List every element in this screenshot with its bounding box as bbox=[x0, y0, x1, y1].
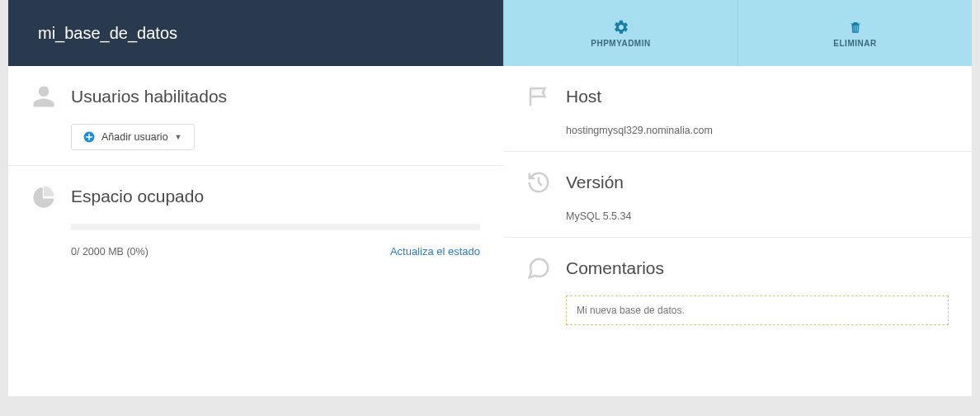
host-content: hostingmysql329.nominalia.com bbox=[526, 124, 949, 136]
trash-icon bbox=[848, 19, 863, 35]
space-title: Espacio ocupado bbox=[71, 187, 204, 206]
comments-content: Mi nueva base de datos. bbox=[526, 295, 949, 325]
users-title: Usuarios habilitados bbox=[71, 87, 227, 106]
version-title: Versión bbox=[566, 173, 624, 192]
plus-circle-icon bbox=[83, 131, 95, 143]
space-progress-bar bbox=[71, 224, 480, 230]
user-icon bbox=[31, 84, 56, 109]
eliminar-label: ELIMINAR bbox=[833, 39, 876, 48]
host-value: hostingmysql329.nominalia.com bbox=[566, 125, 713, 136]
space-header: Espacio ocupado bbox=[31, 184, 480, 209]
database-title: mi_base_de_datos bbox=[38, 24, 177, 43]
users-header: Usuarios habilitados bbox=[31, 84, 480, 109]
comments-section: Comentarios Mi nueva base de datos. bbox=[503, 238, 972, 340]
caret-down-icon: ▼ bbox=[175, 133, 182, 141]
header-row: mi_base_de_datos PHPMYADMIN ELIMINAR bbox=[8, 0, 972, 66]
host-title: Host bbox=[566, 87, 601, 106]
host-section: Host hostingmysql329.nominalia.com bbox=[503, 66, 972, 152]
body-row: Usuarios habilitados Añadir usuario ▼ bbox=[8, 66, 972, 396]
pie-chart-icon bbox=[31, 184, 56, 209]
database-panel: mi_base_de_datos PHPMYADMIN ELIMINAR bbox=[8, 0, 972, 396]
comment-input[interactable]: Mi nueva base de datos. bbox=[566, 295, 949, 325]
comments-title: Comentarios bbox=[566, 258, 664, 278]
comment-value: Mi nueva base de datos. bbox=[577, 305, 685, 316]
space-usage-text: 0/ 2000 MB (0%) bbox=[71, 246, 148, 258]
refresh-state-link[interactable]: Actualiza el estado bbox=[390, 245, 480, 258]
right-column: Host hostingmysql329.nominalia.com Versi… bbox=[503, 66, 972, 396]
left-column: Usuarios habilitados Añadir usuario ▼ bbox=[8, 66, 503, 396]
space-section: Espacio ocupado 0/ 2000 MB (0%) Actualiz… bbox=[8, 166, 503, 272]
history-icon bbox=[526, 170, 551, 195]
host-header: Host bbox=[526, 84, 949, 109]
add-user-button[interactable]: Añadir usuario ▼ bbox=[71, 124, 195, 150]
space-row: 0/ 2000 MB (0%) Actualiza el estado bbox=[71, 245, 480, 258]
add-user-label: Añadir usuario bbox=[101, 131, 168, 143]
version-header: Versión bbox=[526, 170, 949, 195]
users-content: Añadir usuario ▼ bbox=[31, 124, 480, 150]
speech-bubble-icon bbox=[526, 256, 551, 281]
flag-icon bbox=[526, 84, 551, 109]
gear-icon bbox=[613, 19, 629, 35]
version-section: Versión MySQL 5.5.34 bbox=[503, 152, 972, 238]
phpmyadmin-action[interactable]: PHPMYADMIN bbox=[503, 0, 737, 66]
version-value: MySQL 5.5.34 bbox=[566, 210, 631, 222]
space-content: 0/ 2000 MB (0%) Actualiza el estado bbox=[31, 224, 480, 258]
database-title-cell: mi_base_de_datos bbox=[8, 0, 503, 66]
comments-header: Comentarios bbox=[526, 256, 949, 281]
eliminar-action[interactable]: ELIMINAR bbox=[737, 0, 972, 66]
phpmyadmin-label: PHPMYADMIN bbox=[591, 39, 650, 48]
version-content: MySQL 5.5.34 bbox=[526, 210, 949, 222]
users-section: Usuarios habilitados Añadir usuario ▼ bbox=[8, 66, 503, 166]
